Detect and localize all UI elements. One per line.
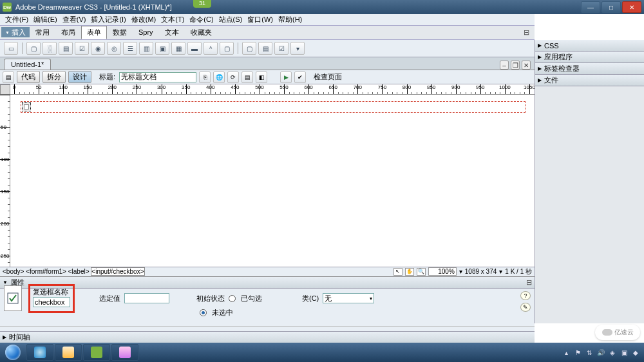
zoom-tool-icon[interactable]: 🔍 [417, 268, 426, 276]
select-tool-icon[interactable]: ↖ [393, 268, 402, 276]
spry-select-icon[interactable]: ▾ [290, 42, 305, 55]
maximize-button[interactable]: □ [601, 1, 621, 13]
panel-tag-inspector[interactable]: ▶标签检查器 [535, 63, 644, 75]
tray-flag-icon[interactable]: ⚑ [573, 348, 582, 357]
doc-restore-icon[interactable]: ❐ [511, 61, 520, 70]
radio-group-icon[interactable]: ◎ [107, 42, 121, 55]
checked-value-input[interactable] [124, 293, 169, 303]
checkbox-icon[interactable]: ☑ [75, 42, 89, 55]
spry-text-field-icon[interactable]: ▢ [242, 42, 256, 55]
panel-application[interactable]: ▶应用程序 [535, 52, 644, 63]
form-icon[interactable]: ▭ [4, 42, 18, 55]
class-select[interactable]: 无 ▾ [323, 293, 374, 303]
hand-tool-icon[interactable]: ✋ [405, 268, 414, 276]
zoom-dropdown-icon[interactable]: ▾ [459, 268, 462, 275]
menu-view[interactable]: 查看(V) [60, 15, 89, 24]
radio-icon[interactable]: ◉ [91, 42, 105, 55]
insert-bar-label[interactable]: ▼插入 [1, 27, 30, 37]
insert-tab-data[interactable]: 数据 [107, 26, 133, 39]
taskbar-app-explorer[interactable] [55, 344, 82, 361]
tray-icon-2[interactable]: ▣ [620, 348, 629, 357]
state-checked-radio[interactable] [229, 295, 236, 302]
tag-input[interactable]: <input#checkbox> [91, 267, 144, 276]
close-button[interactable]: ✕ [622, 1, 641, 13]
form-outline[interactable] [21, 101, 526, 113]
menu-insert[interactable]: 插入记录(I) [88, 15, 128, 24]
related-files-icon[interactable]: ▤ [3, 71, 14, 83]
tag-body[interactable]: <body> [3, 268, 24, 275]
textarea-icon[interactable]: ▤ [59, 42, 73, 55]
tray-icon-3[interactable]: ◆ [631, 348, 640, 357]
menu-help[interactable]: 帮助(H) [276, 15, 305, 24]
panel-menu-icon[interactable]: ⊟ [526, 278, 532, 287]
spry-checkbox-icon[interactable]: ☑ [274, 42, 289, 55]
text-field-icon[interactable]: ▢ [26, 42, 41, 55]
taskbar-app-ie[interactable] [26, 344, 53, 361]
view-options-icon[interactable]: ▤ [242, 71, 253, 83]
refresh-icon[interactable]: ⟳ [227, 71, 239, 83]
document-tab[interactable]: Untitled-1* [4, 59, 51, 70]
window-size-dropdown-icon[interactable]: ▾ [499, 268, 502, 275]
image-field-icon[interactable]: ▣ [155, 42, 169, 55]
minimize-button[interactable]: — [581, 1, 600, 13]
jump-menu-icon[interactable]: ▥ [139, 42, 153, 55]
fieldset-icon[interactable]: ▢ [220, 42, 234, 55]
insert-tab-spry[interactable]: Spry [133, 26, 159, 38]
doc-minimize-icon[interactable]: – [500, 61, 509, 70]
file-management-icon[interactable]: ⎘ [199, 71, 211, 83]
validate-icon[interactable]: ▶ [280, 71, 292, 83]
window-size[interactable]: 1089 x 374 [465, 268, 497, 275]
menu-modify[interactable]: 修改(M) [129, 15, 159, 24]
menu-file[interactable]: 文件(F) [3, 15, 31, 24]
file-field-icon[interactable]: ▦ [171, 42, 185, 55]
insert-tab-layout[interactable]: 布局 [55, 26, 81, 39]
hidden-field-icon[interactable]: ░ [43, 42, 57, 55]
menu-window[interactable]: 窗口(W) [245, 15, 276, 24]
check-page-label[interactable]: 检查页面 [308, 72, 343, 82]
page-title-input[interactable] [119, 72, 196, 82]
taskbar-app-dreamweaver[interactable] [83, 344, 110, 361]
design-view-button[interactable]: 设计 [68, 71, 91, 83]
tray-up-icon[interactable]: ▴ [562, 348, 571, 357]
state-unchecked-radio[interactable] [200, 309, 207, 316]
doc-close-icon[interactable]: ✕ [522, 61, 531, 70]
insert-bar-menu-icon[interactable]: ⊟ [520, 28, 533, 37]
menu-text[interactable]: 文本(T) [158, 15, 187, 24]
menu-commands[interactable]: 命令(C) [187, 15, 216, 24]
code-view-button[interactable]: 代码 [17, 71, 40, 83]
list-menu-icon[interactable]: ☰ [123, 42, 137, 55]
insert-tab-common[interactable]: 常用 [30, 26, 55, 39]
label-icon[interactable]: ᴬ [204, 42, 218, 55]
state-unchecked-label[interactable]: 未选中 [212, 308, 233, 318]
properties-header[interactable]: ▼ 属性 ⊟ [0, 277, 535, 289]
ruler-origin[interactable] [0, 84, 10, 95]
menu-site[interactable]: 站点(S) [216, 15, 245, 24]
insert-tab-favorites[interactable]: 收藏夹 [185, 26, 218, 39]
split-view-button[interactable]: 拆分 [43, 71, 66, 83]
insert-tab-text[interactable]: 文本 [159, 26, 185, 39]
canvas[interactable] [10, 95, 535, 267]
tag-form[interactable]: <form#form1> [26, 268, 66, 275]
design-view[interactable]: 50100150200250 [0, 95, 535, 267]
tray-volume-icon[interactable]: 🔊 [596, 348, 605, 357]
visual-aids-icon[interactable]: ◧ [256, 71, 267, 83]
tray-network-icon[interactable]: ⇅ [585, 348, 594, 357]
timeline-panel-header[interactable]: ▶ 时间轴 [0, 331, 535, 343]
menu-edit[interactable]: 编辑(E) [31, 15, 60, 24]
selected-checkbox-element[interactable] [22, 102, 31, 111]
insert-tab-forms[interactable]: 表单 [81, 26, 107, 39]
taskbar-app-paint[interactable] [111, 344, 138, 361]
check-browser-icon[interactable]: ✔ [294, 71, 306, 83]
state-checked-label[interactable]: 已勾选 [241, 294, 262, 303]
tray-icon-1[interactable]: ◈ [608, 348, 617, 357]
preview-browser-icon[interactable]: 🌐 [213, 71, 225, 83]
panel-files[interactable]: ▶文件 [535, 75, 644, 86]
panel-css[interactable]: ▶CSS [535, 40, 644, 52]
quick-tag-icon[interactable]: ✎ [520, 303, 531, 312]
tag-label[interactable]: <label> [68, 268, 90, 275]
zoom-level[interactable]: 100% [428, 267, 457, 276]
help-icon[interactable]: ? [520, 291, 531, 300]
spry-textarea-icon[interactable]: ▤ [258, 42, 272, 55]
start-button[interactable] [0, 343, 26, 362]
button-icon[interactable]: ▬ [187, 42, 202, 55]
